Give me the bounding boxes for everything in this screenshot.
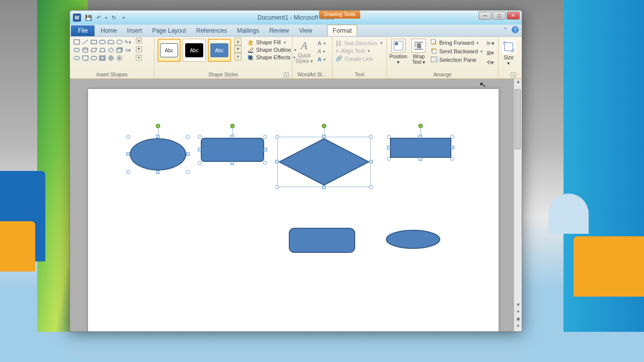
send-backward-button[interactable]: Send Backward▾: [430, 47, 484, 55]
shape-cube-icon[interactable]: [116, 47, 123, 53]
dialog-launcher[interactable]: ↘: [511, 72, 516, 77]
resize-handle[interactable]: [387, 135, 391, 139]
shape-oval-icon[interactable]: [116, 39, 123, 45]
shape-fill-button[interactable]: Shape Fill▾: [246, 39, 297, 46]
help-button[interactable]: ?: [512, 26, 519, 33]
shape-plus-icon[interactable]: [116, 55, 123, 61]
bring-forward-button[interactable]: Bring Forward▾: [430, 39, 484, 47]
tab-view[interactable]: View: [294, 25, 317, 36]
rotate-button[interactable]: ⟲▾: [485, 58, 496, 67]
shape-diamond-selected[interactable]: [277, 137, 371, 187]
scroll-thumb[interactable]: [515, 89, 521, 149]
style-gallery-down[interactable]: ▼: [234, 45, 242, 53]
shape-line-icon[interactable]: [82, 39, 89, 45]
align-button[interactable]: ⊫▾: [485, 39, 496, 48]
minimize-ribbon-button[interactable]: ⌃: [502, 26, 509, 33]
shape-style-preset-2[interactable]: Abc: [183, 39, 206, 62]
resize-handle[interactable]: [419, 157, 422, 161]
resize-handle[interactable]: [387, 157, 391, 161]
resize-handle[interactable]: [230, 135, 234, 138]
resize-handle[interactable]: [126, 135, 130, 139]
resize-handle[interactable]: [263, 161, 267, 165]
selection-pane-button[interactable]: Selection Pane: [430, 56, 484, 64]
minimize-button[interactable]: —: [478, 12, 492, 20]
shape-diamond-icon[interactable]: [107, 47, 115, 53]
tab-review[interactable]: Review: [264, 25, 294, 36]
next-page-button[interactable]: ✦: [515, 323, 522, 330]
style-gallery-up[interactable]: ▲: [234, 38, 242, 45]
shape-ellipse-selected[interactable]: [128, 137, 188, 172]
shape-textbox-icon[interactable]: [73, 39, 80, 45]
position-button[interactable]: Position▾: [389, 38, 408, 65]
browse-object-button[interactable]: ◉: [515, 316, 522, 323]
vertical-scrollbar[interactable]: ▲ ▼ ✦ ◉ ✦: [514, 79, 522, 331]
resize-handle[interactable]: [275, 160, 279, 163]
resize-handle[interactable]: [126, 170, 130, 174]
shape-parallelogram-icon[interactable]: [90, 47, 98, 53]
quick-styles-button[interactable]: A: [297, 39, 311, 53]
tab-home[interactable]: Home: [96, 25, 122, 36]
shape-hexagon-icon[interactable]: [73, 47, 80, 53]
resize-handle[interactable]: [450, 135, 454, 139]
tab-insert[interactable]: Insert: [122, 25, 147, 36]
shape-roundrect-icon[interactable]: [99, 39, 106, 45]
shape-outline-button[interactable]: Shape Outline▾: [246, 46, 297, 53]
shape-roundrect[interactable]: [288, 227, 356, 253]
resize-handle[interactable]: [126, 152, 130, 156]
resize-handle[interactable]: [198, 161, 202, 165]
resize-handle[interactable]: [186, 152, 190, 156]
shape-rect-selected[interactable]: [389, 137, 452, 159]
shape-style-preset-1[interactable]: Abc: [157, 39, 181, 62]
style-gallery-more[interactable]: ▾: [234, 53, 242, 60]
resize-handle[interactable]: [156, 170, 159, 174]
text-outline-button[interactable]: A▾: [317, 48, 330, 55]
resize-handle[interactable]: [263, 135, 267, 139]
shape-snip-icon[interactable]: [107, 39, 115, 45]
shape-style-preset-3[interactable]: Abc: [208, 39, 231, 62]
group-button[interactable]: ⊞▾: [485, 48, 496, 57]
resize-handle[interactable]: [369, 160, 373, 163]
resize-handle[interactable]: [275, 135, 279, 139]
resize-handle[interactable]: [369, 185, 373, 189]
dialog-launcher[interactable]: ↘: [284, 72, 289, 77]
gallery-up-button[interactable]: ▲: [136, 38, 142, 44]
scroll-up-button[interactable]: ▲: [515, 79, 522, 86]
resize-handle[interactable]: [198, 135, 202, 139]
tab-page-layout[interactable]: Page Layout: [147, 25, 191, 36]
tab-mailings[interactable]: Mailings: [232, 25, 264, 36]
resize-handle[interactable]: [264, 148, 267, 151]
shape-ellipse[interactable]: [385, 229, 441, 250]
shape-effects-button[interactable]: Shape Effects▾: [246, 54, 297, 61]
maximize-button[interactable]: ▢: [493, 12, 506, 20]
shapes-gallery[interactable]: ✎▾ A▾: [72, 38, 133, 63]
resize-handle[interactable]: [230, 161, 234, 165]
shape-edit-icon[interactable]: ✎▾: [124, 39, 132, 45]
resize-handle[interactable]: [156, 135, 159, 138]
gallery-more-button[interactable]: ▾: [136, 55, 142, 61]
shapes-more-icon[interactable]: [124, 55, 132, 61]
shape-cross-icon[interactable]: [107, 55, 115, 61]
size-button[interactable]: Size▾: [501, 38, 517, 66]
shape-textbox2-icon[interactable]: A▾: [124, 47, 132, 53]
resize-handle[interactable]: [369, 135, 373, 139]
document-area[interactable]: ▲ ▼ ✦ ◉ ✦ ↖: [70, 79, 522, 331]
resize-handle[interactable]: [451, 146, 454, 149]
resize-handle[interactable]: [186, 135, 190, 139]
resize-handle[interactable]: [419, 135, 422, 138]
tab-file[interactable]: File: [71, 25, 95, 36]
text-fill-button[interactable]: A▾: [317, 40, 330, 47]
page[interactable]: [88, 89, 499, 331]
resize-handle[interactable]: [198, 148, 201, 151]
resize-handle[interactable]: [322, 186, 326, 189]
tab-references[interactable]: References: [191, 25, 232, 36]
shape-roundrect-selected[interactable]: [200, 137, 265, 163]
gallery-down-button[interactable]: ▼: [136, 46, 142, 52]
shape-frame-icon[interactable]: [99, 55, 106, 61]
shape-folded-icon[interactable]: [82, 55, 89, 61]
prev-page-button[interactable]: ✦: [515, 309, 522, 316]
resize-handle[interactable]: [186, 170, 190, 174]
scroll-down-button[interactable]: ▼: [515, 302, 522, 309]
shape-trapezoid-icon[interactable]: [99, 47, 106, 53]
resize-handle[interactable]: [450, 157, 454, 161]
resize-handle[interactable]: [322, 135, 326, 138]
